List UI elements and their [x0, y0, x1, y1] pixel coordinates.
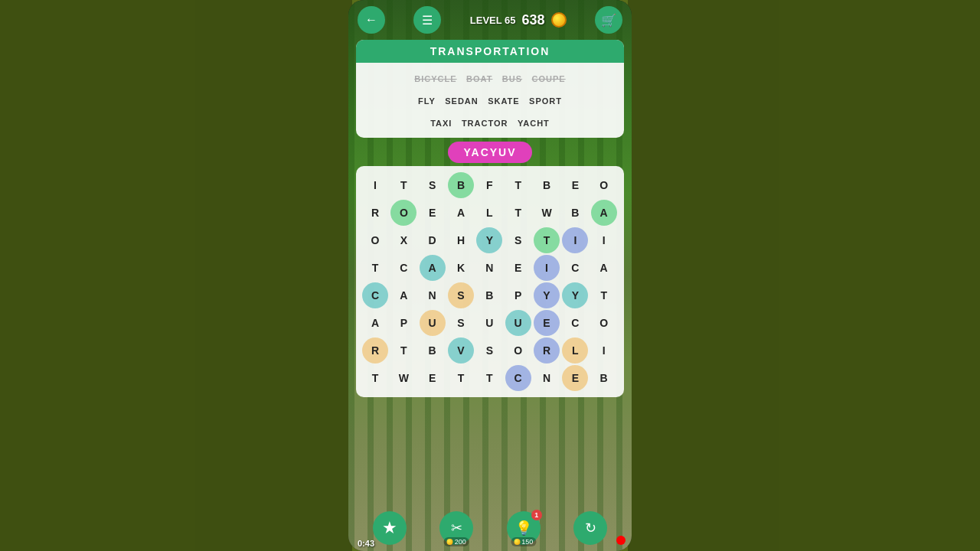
bulb-button[interactable]: 💡 150 1 — [507, 511, 541, 545]
grid-cell[interactable]: D — [420, 227, 446, 253]
menu-button[interactable]: ☰ — [413, 6, 441, 34]
word-sedan: SEDAN — [445, 96, 479, 106]
grid-cell[interactable]: A — [420, 255, 446, 281]
grid-cell[interactable]: X — [390, 227, 416, 253]
shop-button[interactable]: 🛒 — [595, 6, 622, 34]
right-overlay — [628, 0, 980, 551]
grid-cell[interactable]: E — [420, 365, 446, 391]
grid-cell[interactable]: T — [476, 365, 502, 391]
category-box: TRANSPORTATION BICYCLE BOAT BUS COUPE FL… — [356, 40, 624, 138]
bottom-bar: ★ ✂ 200 💡 150 1 ↻ — [348, 505, 632, 551]
grid-cell[interactable]: O — [390, 200, 416, 226]
grid-cell[interactable]: U — [476, 310, 502, 336]
grid-cell[interactable]: N — [534, 365, 560, 391]
grid-cell[interactable]: T — [362, 365, 388, 391]
grid-cell[interactable]: P — [390, 310, 416, 336]
grid-cell[interactable]: E — [562, 365, 588, 391]
grid-cell[interactable]: T — [505, 200, 531, 226]
grid-cell[interactable]: B — [534, 172, 560, 198]
grid-cell[interactable]: B — [591, 365, 617, 391]
coin-icon — [551, 12, 567, 28]
rec-indicator — [616, 536, 626, 545]
grid-cell[interactable]: L — [476, 200, 502, 226]
grid-cell[interactable]: S — [505, 227, 531, 253]
bulb-coin — [514, 539, 520, 545]
grid-cell[interactable]: R — [534, 337, 560, 364]
word-fly: FLY — [418, 96, 436, 106]
bulb-badge: 1 — [531, 510, 542, 520]
grid-cell[interactable]: K — [448, 255, 474, 281]
grid-cell[interactable]: B — [562, 200, 588, 226]
grid-cell[interactable]: L — [562, 337, 588, 364]
grid-cell[interactable]: I — [362, 172, 388, 198]
grid-cell[interactable]: B — [476, 282, 502, 308]
grid-cell[interactable]: A — [591, 200, 617, 226]
grid-cell[interactable]: Y — [534, 282, 560, 308]
grid-cell[interactable]: C — [505, 365, 531, 391]
grid-cell[interactable]: A — [591, 255, 617, 281]
grid-cell[interactable]: B — [448, 172, 474, 198]
main-content: TRANSPORTATION BICYCLE BOAT BUS COUPE FL… — [348, 40, 632, 502]
grid-cell[interactable]: P — [505, 282, 531, 308]
grid-cell[interactable]: W — [390, 365, 416, 391]
grid-cell[interactable]: E — [505, 255, 531, 281]
grid-cell[interactable]: I — [591, 337, 617, 364]
grid-cell[interactable]: R — [362, 337, 388, 364]
word-yacht: YACHT — [518, 119, 550, 128]
grid-cell[interactable]: C — [562, 310, 588, 336]
back-button[interactable]: ← — [358, 6, 385, 34]
grid-cell[interactable]: C — [362, 282, 388, 308]
grid-cell[interactable]: O — [505, 337, 531, 364]
grid-cell[interactable]: T — [505, 172, 531, 198]
bulb-cost: 150 — [511, 537, 536, 546]
grid-cell[interactable]: Y — [476, 227, 502, 253]
grid-cell[interactable]: C — [390, 255, 416, 281]
phone-frame: ← ☰ LEVEL 65 638 🛒 TRANSPORTATION BICYCL… — [348, 0, 632, 551]
grid-cell[interactable]: W — [534, 200, 560, 226]
grid-cell[interactable]: S — [420, 172, 446, 198]
grid-cell[interactable]: E — [420, 200, 446, 226]
grid-cell[interactable]: E — [534, 310, 560, 336]
grid-cell[interactable]: S — [476, 337, 502, 364]
grid-cell[interactable]: O — [591, 172, 617, 198]
grid-cell[interactable]: S — [448, 310, 474, 336]
grid-cell[interactable]: U — [505, 310, 531, 336]
grid-cell[interactable]: T — [448, 365, 474, 391]
grid-cell[interactable]: E — [562, 172, 588, 198]
grid-cell[interactable]: S — [448, 282, 474, 308]
grid-cell[interactable]: I — [562, 227, 588, 253]
grid-cell[interactable]: F — [476, 172, 502, 198]
grid-cell[interactable]: T — [362, 255, 388, 281]
grid-cell[interactable]: R — [362, 200, 388, 226]
grid-container: ITSBFTBEOROEALTWBAOXDHYSTIITCAKNEICACANS… — [356, 166, 624, 397]
grid-cell[interactable]: U — [420, 310, 446, 336]
grid-cell[interactable]: C — [562, 255, 588, 281]
grid-cell[interactable]: N — [420, 282, 446, 308]
bulb-icon: 💡 — [515, 520, 532, 536]
current-word-bubble: YACYUV — [448, 142, 531, 163]
grid-cell[interactable]: B — [420, 337, 446, 364]
grid-cell[interactable]: A — [448, 200, 474, 226]
grid-cell[interactable]: T — [591, 282, 617, 308]
grid-cell[interactable]: T — [390, 337, 416, 364]
refresh-button[interactable]: ↻ — [573, 511, 607, 545]
grid-cell[interactable]: A — [362, 310, 388, 336]
grid-cell[interactable]: O — [362, 227, 388, 253]
grid-cell[interactable]: V — [448, 337, 474, 364]
grid-cell[interactable]: T — [390, 172, 416, 198]
category-header: TRANSPORTATION — [356, 40, 624, 63]
score-value: 638 — [522, 12, 545, 28]
grid-cell[interactable]: Y — [562, 282, 588, 308]
grid-cell[interactable]: N — [476, 255, 502, 281]
grid-cell[interactable]: H — [448, 227, 474, 253]
star-button[interactable]: ★ — [373, 511, 407, 545]
grid-cell[interactable]: T — [534, 227, 560, 253]
grid-cell[interactable]: A — [390, 282, 416, 308]
level-label: LEVEL 65 — [470, 15, 516, 26]
grid-cell[interactable]: I — [534, 255, 560, 281]
grid-cell[interactable]: O — [591, 310, 617, 336]
level-score: LEVEL 65 638 — [470, 12, 567, 28]
grid-cell[interactable]: I — [591, 227, 617, 253]
scissors-button[interactable]: ✂ 200 — [439, 511, 473, 545]
scissors-cost: 200 — [444, 537, 469, 546]
